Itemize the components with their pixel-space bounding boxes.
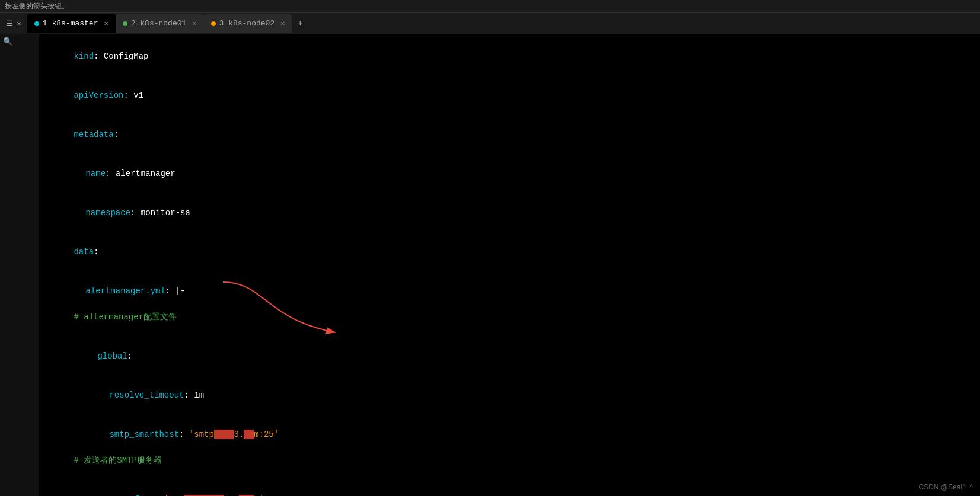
line-num: [15, 205, 36, 218]
search-sidebar: 🔍: [0, 34, 15, 496]
line-num: [15, 270, 36, 283]
tab-bar: ☰ ✕ 1 k8s-master ✕ 2 k8s-node01 ✕ 3 k8s-…: [0, 13, 980, 34]
editor-container: 🔍: [0, 34, 980, 496]
line-num: [15, 75, 36, 88]
line-num: [15, 36, 36, 49]
line-num: [15, 62, 36, 75]
tab-close-2[interactable]: ✕: [192, 19, 196, 28]
line-num: [15, 427, 36, 440]
tab-dot-3: [211, 21, 216, 26]
tab-bar-controls: ☰ ✕: [2, 19, 25, 28]
line-num: [15, 114, 36, 127]
line-num: [15, 257, 36, 270]
tab-dot-2: [123, 21, 127, 26]
code-line-6: data:: [44, 232, 980, 271]
line-numbers: [15, 34, 39, 496]
tab-close-1[interactable]: ✕: [104, 19, 108, 28]
tab-k8s-node02[interactable]: 3 k8s-node02 ✕: [204, 14, 292, 33]
menu-icon[interactable]: ☰: [6, 19, 13, 28]
line-num: [15, 283, 36, 296]
line-num: [15, 453, 36, 466]
code-line-1: kind: ConfigMap: [44, 37, 980, 76]
code-line-9: resolve_timeout: 1m: [44, 376, 980, 415]
line-num: [15, 335, 36, 348]
line-num: [15, 101, 36, 114]
code-line-10: smtp_smarthost: 'smtp████3.██m:25' # 发送者…: [44, 415, 980, 480]
search-icon[interactable]: 🔍: [3, 37, 12, 46]
tab-label-3: 3 k8s-node02: [219, 19, 275, 28]
line-num: [15, 322, 36, 335]
code-editor[interactable]: kind: ConfigMap apiVersion: v1 metadata:…: [39, 34, 980, 496]
hint-text: 按左侧的箭头按钮。: [5, 2, 69, 10]
tab-dot-1: [34, 21, 39, 26]
tab-k8s-node01[interactable]: 2 k8s-node01 ✕: [116, 14, 204, 33]
line-num: [15, 88, 36, 101]
line-num: [15, 166, 36, 179]
hint-bar: 按左侧的箭头按钮。: [0, 0, 980, 13]
line-num: [15, 440, 36, 453]
code-line-7: alertmanager.yml: |- # altermanager配置文件: [44, 271, 980, 337]
close-icon[interactable]: ✕: [17, 19, 21, 28]
code-line-2: apiVersion: v1: [44, 76, 980, 115]
watermark: CSDN @Seal^_^: [919, 483, 973, 491]
tab-k8s-master[interactable]: 1 k8s-master ✕: [27, 14, 116, 33]
tab-label-1: 1 k8s-master: [43, 19, 98, 28]
tab-close-3[interactable]: ✕: [280, 19, 285, 28]
tab-label-2: 2 k8s-node01: [131, 19, 187, 28]
line-num: [15, 375, 36, 388]
line-num: [15, 388, 36, 401]
line-num: [15, 414, 36, 427]
line-num: [15, 153, 36, 166]
code-line-5: namespace: monitor-sa: [44, 193, 980, 232]
code-line-8: global:: [44, 337, 980, 376]
add-tab-button[interactable]: +: [292, 15, 308, 32]
line-num: [15, 309, 36, 322]
line-num: [15, 49, 36, 62]
line-num: [15, 140, 36, 153]
line-num: [15, 218, 36, 231]
line-num: [15, 231, 36, 244]
line-num: [15, 127, 36, 140]
code-line-4: name: alertmanager: [44, 154, 980, 193]
line-num: [15, 244, 36, 257]
line-num: [15, 296, 36, 309]
code-line-3: metadata:: [44, 115, 980, 154]
line-num: [15, 192, 36, 205]
line-num: [15, 348, 36, 361]
line-num: [15, 179, 36, 192]
line-num: [15, 401, 36, 414]
code-line-11: smtp_from: '182████████52.███m' # 发送者的邮箱: [44, 480, 980, 496]
line-num: [15, 361, 36, 375]
